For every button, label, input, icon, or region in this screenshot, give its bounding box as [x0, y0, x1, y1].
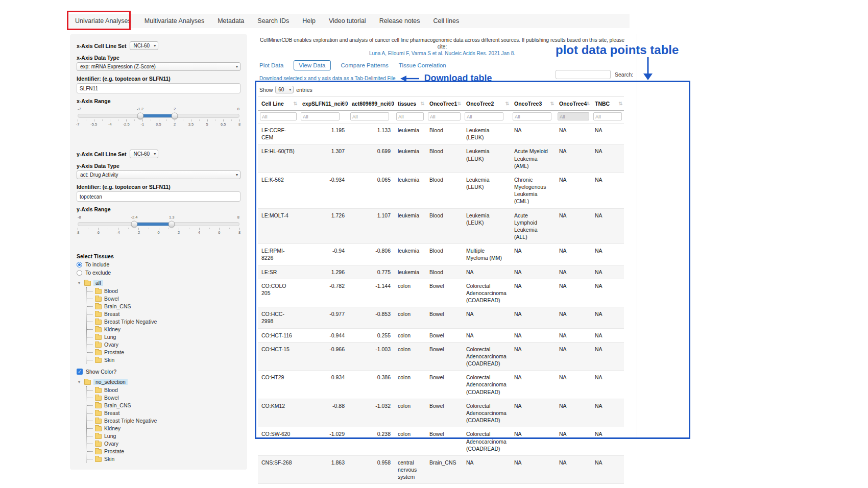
nav-item-cell-lines[interactable]: Cell lines: [433, 17, 460, 25]
radio-icon[interactable]: [77, 262, 82, 267]
sort-icon[interactable]: ⇅: [618, 101, 622, 106]
column-header-expslfn11-nci60[interactable]: expSLFN11_nci60⇅: [299, 97, 348, 111]
filter-input-cell-line[interactable]: [260, 112, 297, 120]
x-data-type-select[interactable]: exp: mRNA Expression (Z-Score) ▾: [77, 62, 240, 71]
x-axis-range-slider[interactable]: -7 -1.2 2 8 -7-5.5-4-2.5-10.523.556.58: [77, 107, 240, 127]
filter-input-tnbc[interactable]: [593, 112, 622, 120]
nav-item-release-notes[interactable]: Release notes: [379, 17, 420, 25]
filter-input-oncotree4[interactable]: [558, 112, 589, 120]
filter-input-oncotree2[interactable]: [465, 112, 503, 120]
sort-icon[interactable]: ⇅: [457, 101, 461, 106]
table-row[interactable]: CO:KM12-0.88-1.032colonBowelColorectal A…: [258, 399, 624, 427]
nav-item-multivariate-analyses[interactable]: Multivariate Analyses: [144, 17, 204, 25]
tree-item-lung[interactable]: Lung: [87, 333, 240, 340]
column-header-tnbc[interactable]: TNBC⇅: [591, 97, 624, 111]
tree-item-ovary[interactable]: Ovary: [87, 340, 240, 348]
table-row[interactable]: CO:HCT-116-0.9440.255colonBowelNANANANA: [258, 328, 624, 342]
filter-input-oncotree3[interactable]: [513, 112, 551, 120]
sort-icon[interactable]: ⇅: [505, 101, 509, 106]
tree-item-prostate[interactable]: Prostate: [87, 447, 240, 455]
tree-item-breast[interactable]: Breast: [87, 310, 240, 318]
show-color-option[interactable]: ✓ Show Color?: [77, 369, 240, 375]
y-identifier-input[interactable]: [77, 191, 240, 202]
sort-icon[interactable]: ⇅: [420, 101, 424, 106]
nav-item-help[interactable]: Help: [302, 17, 316, 25]
column-header-act609699-nci60[interactable]: act609699_nci60⇅: [348, 97, 394, 111]
sort-icon[interactable]: ⇅: [343, 101, 347, 106]
tree-item-blood[interactable]: Blood: [87, 287, 240, 295]
table-row[interactable]: CO:HCT-15-0.966-1.003colonBowelColorecta…: [258, 342, 624, 371]
slider-handle-low[interactable]: [131, 221, 138, 228]
filter-input-expslfn11-nci60[interactable]: [301, 112, 340, 120]
column-header-oncotree3[interactable]: OncoTree3⇅: [511, 97, 556, 111]
checkbox-checked-icon[interactable]: ✓: [77, 369, 83, 375]
tree-collapse-icon[interactable]: ▾: [77, 280, 82, 285]
tree-item-kidney[interactable]: Kidney: [87, 325, 240, 333]
column-header-oncotree4[interactable]: OncoTree4⇅: [556, 97, 591, 111]
table-row[interactable]: LE:K-562-0.9340.065leukemiaBloodLeukemia…: [258, 173, 624, 208]
table-row[interactable]: CO:COLO 205-0.782-1.144colonBowelColorec…: [258, 279, 624, 307]
sort-icon[interactable]: ⇅: [550, 101, 554, 106]
tree-item-breast-triple-negative[interactable]: Breast Triple Negative: [87, 417, 240, 424]
table-row[interactable]: LE:SR1.2960.775leukemiaBloodNANANANA: [258, 265, 624, 279]
tree-item-breast[interactable]: Breast: [87, 409, 240, 417]
table-row[interactable]: CO:SW-620-1.0290.238colonBowelColorectal…: [258, 427, 624, 456]
filter-input-act609699-nci60[interactable]: [350, 112, 389, 120]
slider-track[interactable]: [78, 114, 239, 118]
table-row[interactable]: CNS:SF-2681.8630.958central nervous syst…: [258, 455, 624, 484]
sort-icon[interactable]: ⇅: [586, 101, 590, 106]
tree-item-brain-cns[interactable]: Brain_CNS: [87, 302, 240, 310]
download-link[interactable]: Download selected x and y axis data as a…: [259, 76, 396, 81]
tree-root-label[interactable]: all: [93, 280, 103, 286]
radio-icon[interactable]: [77, 270, 82, 276]
slider-handle-low[interactable]: [137, 113, 143, 119]
tree-item-blood[interactable]: Blood: [87, 386, 240, 394]
tab-compare-patterns[interactable]: Compare Patterns: [341, 61, 389, 70]
x-identifier-input[interactable]: [77, 83, 240, 93]
tree-item-bowel[interactable]: Bowel: [87, 394, 240, 401]
tree-item-kidney[interactable]: Kidney: [87, 424, 240, 432]
table-row[interactable]: LE:HL-60(TB)1.3070.699leukemiaBloodLeuke…: [258, 144, 624, 173]
column-header-oncotree1[interactable]: OncoTree1⇅: [426, 97, 463, 111]
x-cell-line-set-select[interactable]: NCI-60 ▾: [130, 41, 158, 50]
tree-item-ovary[interactable]: Ovary: [87, 440, 240, 447]
tab-plot-data[interactable]: Plot Data: [259, 61, 283, 70]
table-row[interactable]: LE:CCRF-CEM1.1951.133leukemiaBloodLeukem…: [258, 124, 624, 144]
tree-item-prostate[interactable]: Prostate: [87, 348, 240, 356]
filter-input-tissues[interactable]: [396, 112, 424, 120]
tab-view-data[interactable]: View Data: [294, 60, 330, 70]
tree-collapse-icon[interactable]: ▾: [77, 379, 82, 384]
tab-tissue-correlation[interactable]: Tissue Correlation: [399, 61, 446, 70]
slider-track[interactable]: [78, 222, 239, 226]
slider-handle-high[interactable]: [168, 221, 175, 228]
nav-item-metadata[interactable]: Metadata: [218, 17, 244, 25]
table-row[interactable]: CNS:SF-2951.280.726central nervous syste…: [258, 484, 624, 488]
tree-root-label[interactable]: no_selection: [93, 379, 128, 385]
tissue-to-exclude-option[interactable]: To exclude: [77, 270, 240, 276]
filter-input-oncotree1[interactable]: [428, 112, 461, 120]
tree-item-skin[interactable]: Skin: [87, 455, 240, 462]
table-row[interactable]: LE:MOLT-41.7261.107leukemiaBloodLeukemia…: [258, 208, 624, 244]
table-row[interactable]: CO:HCC-2998-0.977-0.853colonBowelNANANAN…: [258, 307, 624, 328]
entries-select[interactable]: 60 ▾: [275, 86, 294, 93]
sort-icon[interactable]: ⇅: [389, 101, 393, 106]
column-header-oncotree2[interactable]: OncoTree2⇅: [463, 97, 511, 111]
tree-item-lung[interactable]: Lung: [87, 432, 240, 440]
tree-item-skin[interactable]: Skin: [87, 356, 240, 363]
nav-item-video-tutorial[interactable]: Video tutorial: [329, 17, 366, 25]
tree-item-breast-triple-negative[interactable]: Breast Triple Negative: [87, 318, 240, 325]
y-axis-range-slider[interactable]: -8 -2.4 1.3 8 -8-6-4-202468: [77, 215, 240, 235]
nav-item-search-ids[interactable]: Search IDs: [257, 17, 289, 25]
column-header-tissues[interactable]: tissues⇅: [394, 97, 426, 111]
color-tree-root[interactable]: ▾ no_selection: [77, 379, 240, 385]
table-row[interactable]: CO:HT29-0.934-0.386colonBowelColorectal …: [258, 371, 624, 399]
tree-item-bowel[interactable]: Bowel: [87, 295, 240, 302]
sort-icon[interactable]: ⇅: [293, 101, 297, 106]
column-header-cell-line[interactable]: Cell Line⇅: [258, 97, 299, 111]
y-cell-line-set-select[interactable]: NCI-60 ▾: [130, 150, 158, 158]
y-data-type-select[interactable]: act: Drug Activity ▾: [77, 170, 240, 179]
table-row[interactable]: LE:RPMI-8226-0.94-0.806leukemiaBloodMult…: [258, 244, 624, 265]
tree-item-brain-cns[interactable]: Brain_CNS: [87, 401, 240, 409]
tissue-to-include-option[interactable]: To include: [77, 261, 240, 267]
search-input[interactable]: [556, 70, 611, 79]
